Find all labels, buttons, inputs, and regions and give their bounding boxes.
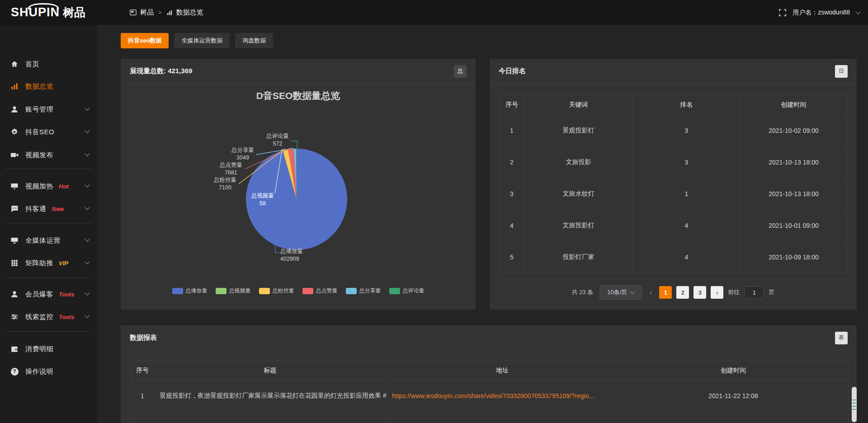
legend-item-总播放量[interactable]: 总播放量 bbox=[172, 287, 208, 295]
legend-item-总分享量[interactable]: 总分享量 bbox=[346, 287, 381, 295]
cell: 2021-10-01 09:00 bbox=[741, 210, 847, 241]
page-button-2[interactable]: 2 bbox=[676, 286, 689, 299]
overview-card-header: 展现量总数: 421,369 总 bbox=[121, 59, 476, 84]
fullscreen-icon[interactable] bbox=[779, 9, 786, 16]
legend-label: 总粉丝量 bbox=[273, 287, 294, 295]
username-label[interactable]: 用户名：zswodun88 bbox=[793, 9, 850, 17]
table-row: 1景观投影灯32021-10-02 09:00 bbox=[500, 115, 847, 146]
screen-icon bbox=[10, 182, 19, 191]
page-size-select[interactable]: 10条/页 bbox=[599, 285, 642, 300]
sidebar-item-douyin-seo[interactable]: 抖音SEO bbox=[0, 121, 97, 143]
pie-label-总评论量: 总评论量572 bbox=[257, 132, 298, 148]
sidebar-item-label: 数据总览 bbox=[25, 82, 53, 91]
legend-swatch bbox=[302, 288, 313, 294]
cell: 景观投影灯 bbox=[524, 115, 633, 146]
pie-label-name: 总评论量 bbox=[257, 132, 298, 140]
legend-label: 总播放量 bbox=[186, 287, 208, 295]
topbar-right: 用户名：zswodun88 bbox=[779, 0, 860, 25]
sidebar-item-doukertong[interactable]: 抖客通New bbox=[0, 197, 97, 220]
chart-title: D音SEO数据量总览 bbox=[121, 89, 476, 102]
card-title: 数据报表 bbox=[130, 334, 157, 342]
sidebar-item-data-overview[interactable]: 数据总览 bbox=[0, 75, 97, 98]
sidebar-item-video-heat[interactable]: 视频加热Hot bbox=[0, 175, 97, 197]
sidebar-divider bbox=[5, 169, 91, 169]
sidebar-item-video-publish[interactable]: 视频发布 bbox=[0, 144, 97, 166]
pie-label-name: 总视频量 bbox=[242, 192, 283, 200]
column-header: 序号 bbox=[500, 95, 524, 115]
rank-table: 序号关键词排名创建时间1景观投影灯32021-10-02 09:002文旅投影3… bbox=[499, 95, 847, 273]
pie-label-value: 402909 bbox=[280, 255, 321, 263]
page-button-1[interactable]: 1 bbox=[659, 286, 672, 299]
cell bbox=[154, 412, 387, 423]
column-header: 关键词 bbox=[524, 95, 633, 115]
pie-slice-3 bbox=[288, 149, 297, 199]
sidebar-item-badge: New bbox=[52, 206, 64, 212]
sidebar-item-account-manage[interactable]: 账号管理 bbox=[0, 98, 97, 121]
sidebar-item-home[interactable]: 首页 bbox=[0, 53, 97, 75]
legend-swatch bbox=[172, 288, 183, 294]
pie-label-总播放量: 总播放量402909 bbox=[280, 248, 321, 263]
sidebar-item-operation-guide[interactable]: ?操作说明 bbox=[0, 360, 97, 383]
tab-douyin-seo-data[interactable]: 抖音seo数据 bbox=[121, 33, 169, 48]
legend-item-总评论量[interactable]: 总评论量 bbox=[389, 287, 425, 295]
sidebar-item-label: 账号管理 bbox=[25, 105, 53, 114]
sidebar-item-member-baoke[interactable]: 会员爆客Tools bbox=[0, 283, 97, 306]
sidebar-item-label: 操作说明 bbox=[25, 367, 53, 376]
prev-page-button[interactable]: ‹ bbox=[646, 288, 655, 296]
sidebar-item-label: 消费明细 bbox=[25, 345, 53, 353]
tab-inquiry-data[interactable]: 询盘数据 bbox=[235, 33, 273, 48]
sidebar-item-clue-monitor[interactable]: 线索监控Tools bbox=[0, 306, 97, 328]
page-size-label: 10条/页 bbox=[607, 288, 627, 296]
pie-slice-5 bbox=[296, 149, 297, 199]
sidebar-item-badge: Tools bbox=[59, 314, 74, 320]
legend-item-总粉丝量[interactable]: 总粉丝量 bbox=[259, 287, 294, 295]
sidebar-item-label: 全媒体运营 bbox=[25, 236, 61, 245]
tab-media-operation-data[interactable]: 全媒体运营数据 bbox=[174, 33, 230, 48]
pagination: 共 23 条10条/页‹123›前往页 bbox=[490, 285, 857, 300]
page-button-3[interactable]: 3 bbox=[693, 286, 706, 299]
table-row: 4文旅投影灯42021-10-01 09:00 bbox=[500, 210, 847, 241]
breadcrumb-root[interactable]: 树品 bbox=[140, 8, 154, 17]
chevron-down-icon bbox=[85, 205, 90, 210]
pie-label-总点赞量: 总点赞量7681 bbox=[211, 161, 251, 177]
bar-chart-icon bbox=[10, 82, 19, 91]
legend-item-总视频量[interactable]: 总视频量 bbox=[216, 287, 251, 295]
pie-label-name: 总粉丝量 bbox=[205, 176, 245, 184]
window-icon bbox=[130, 9, 137, 16]
sidebar-item-consume-detail[interactable]: 消费明细 bbox=[0, 338, 97, 360]
pie-label-总分享量: 总分享量3049 bbox=[222, 146, 263, 162]
goto-suffix: 页 bbox=[769, 288, 774, 296]
sidebar-item-label: 抖客通 bbox=[25, 205, 47, 213]
sidebar-item-matrix-boost[interactable]: 矩阵助推VIP bbox=[0, 252, 97, 274]
legend-item-总点赞量[interactable]: 总点赞量 bbox=[302, 287, 338, 295]
chevron-down-icon bbox=[85, 259, 90, 264]
total-view-button[interactable]: 总 bbox=[454, 65, 467, 78]
wallet-icon bbox=[10, 344, 19, 353]
topbar: SHUPIN 树品 树品 > 数据总览 用户名：zswodun88 bbox=[0, 0, 868, 25]
chevron-down-icon bbox=[85, 236, 90, 241]
cell: 文旅投影灯 bbox=[524, 210, 633, 241]
table-view-button[interactable]: 表 bbox=[835, 332, 848, 344]
sidebar-item-badge: Tools bbox=[59, 291, 74, 298]
cell: 1 bbox=[131, 380, 154, 412]
daily-view-button[interactable]: 日 bbox=[835, 65, 848, 78]
user-icon bbox=[10, 290, 19, 299]
logo[interactable]: SHUPIN 树品 bbox=[11, 4, 85, 21]
chevron-down-icon[interactable] bbox=[855, 9, 860, 14]
legend-label: 总评论量 bbox=[403, 287, 425, 295]
cell: 3 bbox=[500, 178, 524, 210]
breadcrumb-current: 数据总览 bbox=[176, 8, 203, 17]
column-header: 排名 bbox=[633, 95, 741, 115]
floating-widget[interactable] bbox=[852, 387, 857, 422]
logo-text-cn: 树品 bbox=[63, 4, 85, 21]
goto-page-input[interactable] bbox=[744, 286, 764, 299]
sidebar-item-media-operation[interactable]: 全媒体运营 bbox=[0, 229, 97, 252]
chart-legend: 总播放量总视频量总粉丝量总点赞量总分享量总评论量 bbox=[121, 287, 476, 295]
column-header: 序号 bbox=[131, 361, 154, 380]
next-page-button[interactable]: › bbox=[711, 286, 723, 299]
goto-label: 前往 bbox=[728, 288, 740, 296]
url-link[interactable]: https://www.iesdouyin.com/share/video/70… bbox=[387, 380, 618, 412]
sliders-icon bbox=[10, 312, 19, 321]
cell bbox=[387, 412, 618, 423]
cell: 文旅投影 bbox=[524, 146, 633, 178]
